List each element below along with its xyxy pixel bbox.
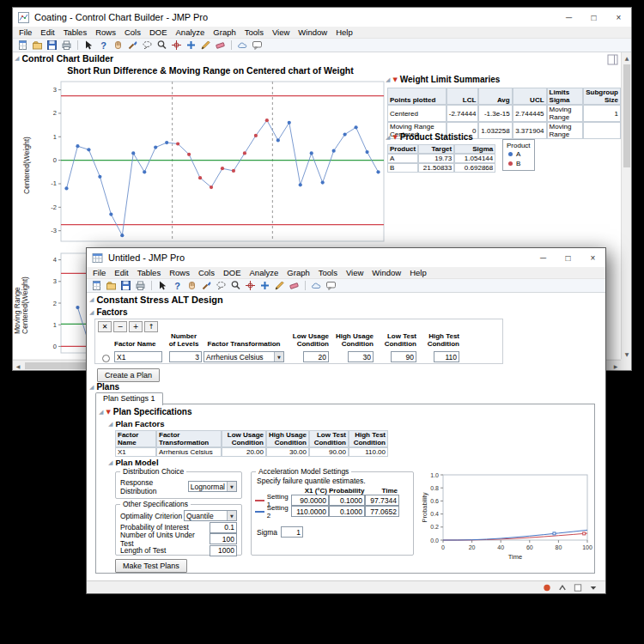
high-test-condition-input[interactable] bbox=[434, 351, 459, 362]
menu-tables[interactable]: Tables bbox=[133, 268, 165, 277]
remove-level-button[interactable]: − bbox=[113, 321, 127, 332]
menu-window[interactable]: Window bbox=[294, 27, 331, 37]
magnifier-tool-icon[interactable] bbox=[155, 39, 168, 51]
menu-cols[interactable]: Cols bbox=[194, 268, 219, 277]
disclosure-icon[interactable]: ◢ bbox=[89, 296, 94, 303]
save-icon[interactable] bbox=[119, 280, 132, 291]
menu-rows[interactable]: Rows bbox=[91, 27, 120, 37]
red-triangle-menu-icon[interactable]: ▼ bbox=[392, 134, 397, 141]
menu-doe[interactable]: DOE bbox=[145, 27, 172, 37]
bubble-icon[interactable] bbox=[251, 39, 264, 51]
eraser-tool-icon[interactable] bbox=[214, 39, 227, 51]
cloud-icon[interactable] bbox=[310, 280, 323, 291]
make-test-plans-button[interactable]: Make Test Plans bbox=[115, 559, 187, 573]
value-cell[interactable]: 77.0652 bbox=[365, 506, 399, 517]
menu-tools[interactable]: Tools bbox=[240, 27, 268, 37]
menu-rows[interactable]: Rows bbox=[165, 268, 194, 277]
help-tool-icon[interactable]: ? bbox=[171, 280, 184, 291]
close-button[interactable]: × bbox=[580, 248, 605, 267]
magnifier-tool-icon[interactable] bbox=[229, 280, 242, 291]
menu-tools[interactable]: Tools bbox=[314, 268, 342, 277]
length-of-test-input[interactable] bbox=[210, 545, 237, 556]
disclosure-icon[interactable]: ◢ bbox=[89, 309, 94, 316]
titlebar[interactable]: Coating - Control Chart Builder - JMP Pr… bbox=[13, 8, 631, 27]
eraser-tool-icon[interactable] bbox=[288, 280, 301, 291]
red-triangle-menu-icon[interactable]: ▼ bbox=[392, 76, 397, 83]
record-circle-icon[interactable] bbox=[542, 582, 552, 592]
brush-tool-icon[interactable] bbox=[126, 39, 139, 51]
low-test-condition-input[interactable] bbox=[391, 351, 416, 362]
factor-radio[interactable] bbox=[102, 355, 110, 362]
bubble-icon[interactable] bbox=[325, 280, 337, 291]
scroll-left-icon[interactable]: ◀ bbox=[13, 361, 23, 371]
sigma-input[interactable] bbox=[281, 526, 303, 538]
number-of-levels-input[interactable] bbox=[169, 351, 202, 362]
open-icon[interactable] bbox=[105, 280, 118, 291]
disclosure-icon[interactable]: ◢ bbox=[386, 134, 390, 141]
scroll-right-icon[interactable]: ▶ bbox=[611, 361, 621, 371]
control-chart[interactable]: 3210-1-2-3 bbox=[33, 76, 389, 246]
lasso-tool-icon[interactable] bbox=[141, 39, 154, 51]
legend-item[interactable]: B bbox=[507, 159, 531, 168]
menu-graph[interactable]: Graph bbox=[209, 27, 240, 37]
menu-edit[interactable]: Edit bbox=[110, 268, 132, 277]
menu-view[interactable]: View bbox=[268, 27, 294, 37]
menu-analyze[interactable]: Analyze bbox=[246, 268, 283, 277]
menu-file[interactable]: File bbox=[88, 268, 110, 277]
maximize-button[interactable]: □ bbox=[581, 8, 606, 27]
menu-doe[interactable]: DOE bbox=[219, 268, 246, 277]
units-under-test-input[interactable] bbox=[210, 533, 237, 544]
move-factor-button[interactable]: ↑ bbox=[144, 321, 158, 332]
remove-factor-button[interactable]: ✕ bbox=[98, 321, 112, 332]
menu-help[interactable]: Help bbox=[331, 27, 357, 37]
table-row[interactable]: X1Arrhenius Celsius20.0030.0090.00110.00 bbox=[115, 447, 388, 457]
print-icon[interactable] bbox=[134, 280, 147, 291]
menu-analyze[interactable]: Analyze bbox=[172, 27, 210, 37]
high-usage-condition-input[interactable] bbox=[348, 351, 374, 362]
cloud-icon[interactable] bbox=[236, 39, 249, 51]
low-usage-condition-input[interactable] bbox=[303, 351, 329, 362]
panel-toggle-icon[interactable] bbox=[607, 54, 618, 65]
crosshair-tool-icon[interactable] bbox=[244, 280, 257, 291]
disclosure-icon[interactable]: ◢ bbox=[386, 76, 390, 83]
factor-name-input[interactable] bbox=[114, 351, 162, 362]
table-row[interactable]: Centered-2.74444-1.3e-152.744445Moving R… bbox=[387, 105, 621, 122]
new-table-icon[interactable] bbox=[90, 280, 103, 291]
create-a-plan-button[interactable]: Create a Plan bbox=[97, 368, 160, 382]
probability-of-interest-input[interactable] bbox=[210, 522, 237, 533]
value-cell[interactable]: 97.7344 bbox=[365, 495, 399, 506]
legend-item[interactable]: A bbox=[507, 149, 531, 159]
vertical-scrollbar[interactable]: ▲ ▼ bbox=[621, 52, 631, 359]
value-cell[interactable]: 90.0000 bbox=[291, 495, 329, 506]
factor-transformation-select[interactable]: Arrhenius Celsius ▼ bbox=[204, 351, 284, 362]
menu-view[interactable]: View bbox=[342, 268, 368, 277]
brush-tool-icon[interactable] bbox=[200, 280, 213, 291]
new-table-icon[interactable] bbox=[16, 39, 29, 51]
open-icon[interactable] bbox=[31, 39, 44, 51]
minimize-button[interactable]: ─ bbox=[531, 248, 556, 267]
response-distribution-select[interactable]: Lognormal ▼ bbox=[188, 481, 237, 492]
disclosure-icon[interactable]: ◢ bbox=[15, 55, 19, 62]
pencil-tool-icon[interactable] bbox=[273, 280, 286, 291]
disclosure-icon[interactable]: ◢ bbox=[108, 421, 112, 428]
disclosure-icon[interactable]: ◢ bbox=[89, 384, 94, 391]
red-triangle-menu-icon[interactable]: ▼ bbox=[106, 409, 110, 416]
menu-help[interactable]: Help bbox=[405, 268, 431, 277]
chevron-down-icon[interactable] bbox=[588, 582, 598, 592]
tab-plan-settings-1[interactable]: Plan Settings 1 bbox=[95, 392, 163, 405]
plus-tool-icon[interactable] bbox=[258, 280, 271, 291]
scrollbar-thumb[interactable] bbox=[623, 64, 630, 167]
box-icon[interactable] bbox=[573, 582, 583, 592]
table-row[interactable]: B21.508330.692868 bbox=[387, 163, 495, 173]
maximize-button[interactable]: □ bbox=[556, 248, 580, 267]
probability-plot[interactable]: 1.00.80.60.40.20.0020406080100TimeProbab… bbox=[419, 468, 594, 569]
help-tool-icon[interactable]: ? bbox=[97, 39, 110, 51]
value-cell[interactable]: 0.1000 bbox=[329, 495, 365, 506]
caret-icon[interactable] bbox=[557, 582, 568, 592]
menu-window[interactable]: Window bbox=[368, 268, 405, 277]
grabber-tool-icon[interactable] bbox=[185, 280, 198, 291]
menu-file[interactable]: File bbox=[15, 27, 36, 37]
menu-cols[interactable]: Cols bbox=[120, 27, 145, 37]
pencil-tool-icon[interactable] bbox=[199, 39, 212, 51]
disclosure-icon[interactable]: ◢ bbox=[108, 459, 112, 466]
